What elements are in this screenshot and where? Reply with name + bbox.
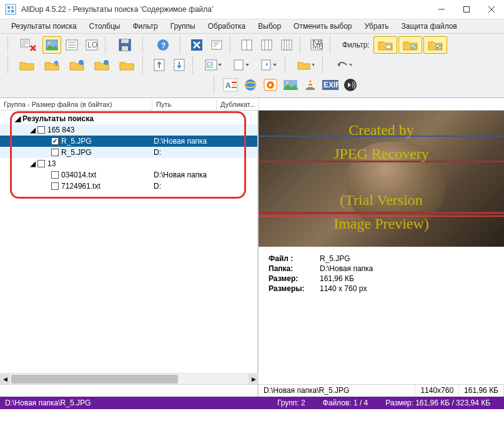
checkbox[interactable] (51, 149, 59, 156)
svg-rect-45 (232, 82, 237, 83)
page-arrow-dropdown[interactable] (255, 56, 281, 74)
expander-icon[interactable]: ◢ (14, 115, 21, 122)
svg-rect-21 (212, 41, 222, 49)
thumbnail-button[interactable] (42, 36, 61, 54)
svg-rect-0 (6, 4, 16, 14)
file-name: R_5.JPG (61, 148, 92, 157)
page-dropdown-button[interactable] (227, 56, 254, 74)
checkbox[interactable] (51, 182, 59, 190)
arrow-down-button[interactable] (170, 56, 189, 74)
svg-rect-16 (121, 39, 129, 43)
file-path: D: (154, 182, 161, 191)
ie-icon[interactable] (241, 76, 260, 94)
titlebar: AllDup 4.5.22 - Результаты поиска 'Содер… (0, 0, 504, 19)
tree-file-row[interactable]: R_5.JPG D:\Новая папка (0, 136, 257, 147)
folder-action-5[interactable] (115, 56, 139, 74)
svg-rect-3 (7, 10, 10, 12)
results-tree-pane: ◢ Результаты поиска ◢ 165 843 R_5.JPG D:… (0, 111, 259, 384)
scroll-right-button[interactable]: ▶ (249, 374, 259, 384)
filter-folder-1[interactable] (373, 36, 397, 54)
close-results-button[interactable] (187, 36, 206, 54)
tree-root[interactable]: ◢ Результаты поиска (0, 113, 257, 124)
column-path[interactable]: Путь (152, 99, 217, 109)
columns-2-button[interactable] (257, 36, 276, 54)
menu-protect[interactable]: Защита файлов (397, 21, 462, 32)
column-dup[interactable]: Дубликат... (217, 99, 259, 109)
arrow-up-button[interactable] (150, 56, 169, 74)
undo-button[interactable] (330, 56, 356, 74)
tree-file-row[interactable]: R_5.JPG D: (0, 147, 257, 158)
checkbox[interactable] (37, 126, 45, 134)
menu-columns[interactable]: Столбцы (84, 21, 126, 32)
results-tree[interactable]: ◢ Результаты поиска ◢ 165 843 R_5.JPG D:… (0, 111, 257, 373)
file-path: D:\Новая папка (154, 137, 207, 146)
filter-folder-2[interactable] (398, 36, 422, 54)
checkbox[interactable] (51, 137, 59, 145)
exif-icon[interactable]: EXIF (321, 76, 340, 94)
menu-remove[interactable]: Убрать (360, 21, 394, 32)
menu-filter[interactable]: Фильтр (127, 21, 162, 32)
status-filesize: 161,96 КБ (459, 385, 504, 397)
detail-dims-label: Размеры: (269, 284, 320, 293)
folder-action-3[interactable] (65, 56, 89, 74)
watermark-line: (Trial Version (259, 192, 504, 209)
svg-rect-55 (309, 82, 312, 84)
group-label: 13 (47, 159, 56, 168)
file-details: Файл :R_5.JPG Папка:D:\Новая папка Разме… (259, 247, 504, 302)
summary-statusbar: D:\Новая папка\R_5.JPG Групп: 2 Файлов: … (0, 397, 504, 409)
help-button[interactable]: ? (150, 36, 176, 54)
folder-dropdown-button[interactable] (292, 56, 319, 74)
detail-size-label: Размер: (269, 274, 320, 283)
scroll-left-button[interactable]: ◀ (0, 374, 10, 384)
maximize-button[interactable] (454, 0, 479, 19)
folder-action-4[interactable] (90, 56, 114, 74)
expander-icon[interactable]: ◢ (29, 126, 36, 134)
delete-selected-button[interactable] (15, 36, 41, 54)
media-player-icon[interactable] (261, 76, 280, 94)
menu-select[interactable]: Выбор (253, 21, 286, 32)
tree-group[interactable]: ◢ 13 (0, 158, 257, 169)
menu-process[interactable]: Обработка (203, 21, 251, 32)
svg-text:MB: MB (312, 42, 323, 51)
columns-3-button[interactable] (277, 36, 296, 54)
save-button[interactable] (112, 36, 139, 54)
kb-mb-button[interactable]: KBMB (307, 36, 326, 54)
svg-rect-4 (11, 10, 14, 12)
close-button[interactable] (479, 0, 504, 19)
tree-group[interactable]: ◢ 165 843 (0, 124, 257, 136)
detail-file-label: Файл : (269, 254, 320, 263)
columns-1-button[interactable] (237, 36, 256, 54)
tree-file-row[interactable]: 034014.txt D:\Новая папка (0, 169, 257, 181)
tree-file-row[interactable]: 7124961.txt D: (0, 181, 257, 192)
svg-point-48 (245, 79, 256, 91)
horizontal-scrollbar[interactable]: ◀ ▶ (0, 373, 259, 384)
menu-deselect[interactable]: Отменить выбор (289, 21, 357, 32)
checkbox[interactable] (51, 171, 59, 179)
checkbox[interactable] (37, 160, 45, 167)
menu-groups[interactable]: Группы (166, 21, 200, 32)
svg-rect-31 (386, 45, 391, 49)
watermark-line: JPEG Recovery (259, 146, 504, 162)
text-app-icon[interactable]: A (221, 76, 240, 94)
sort-button[interactable] (207, 36, 226, 54)
filter-folder-3[interactable] (423, 36, 447, 54)
image-viewer-icon[interactable] (281, 76, 300, 94)
column-group[interactable]: Группа - Размер файла (в байтах) (0, 99, 152, 109)
file-name: 7124961.txt (61, 182, 101, 191)
folder-action-2[interactable] (40, 56, 64, 74)
svg-rect-17 (122, 46, 128, 51)
expander-icon[interactable]: ◢ (29, 160, 36, 167)
folder-action-1[interactable] (15, 56, 39, 74)
detail-folder-label: Папка: (269, 264, 320, 273)
log-button[interactable]: LOG (82, 36, 101, 54)
minimize-button[interactable] (429, 0, 454, 19)
menu-results[interactable]: Результаты поиска (6, 21, 82, 32)
check-dropdown-button[interactable] (200, 56, 226, 74)
summary-groups: Групп: 2 (269, 399, 314, 407)
bottom-status-row: D:\Новая папка\R_5.JPG 1140x760 161,96 К… (0, 384, 504, 397)
vlc-icon[interactable] (301, 76, 320, 94)
filter-label: Фильтр: (342, 41, 370, 49)
audio-icon[interactable] (341, 76, 360, 94)
list-button[interactable] (62, 36, 81, 54)
status-dimensions: 1140x760 (415, 385, 459, 397)
